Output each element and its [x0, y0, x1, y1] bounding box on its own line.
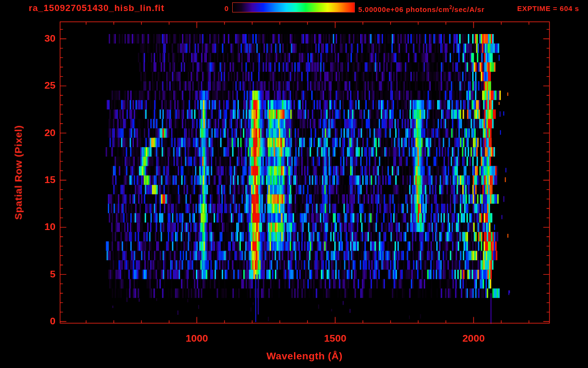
spectral-image-viewer: ra_150927051430_hisb_lin.fit 0 5.00000e+…: [0, 0, 588, 368]
y-tick-label: 20: [16, 127, 56, 138]
y-axis-title: Spatial Row (Pixel): [12, 125, 23, 219]
spectrogram-heatmap: [0, 0, 588, 368]
colorbar-max-suffix: /sec/A/sr: [452, 5, 485, 13]
colorbar: [232, 2, 355, 12]
y-tick-label: 10: [16, 221, 56, 232]
x-tick-label: 1000: [170, 333, 223, 344]
file-title: ra_150927051430_hisb_lin.fit: [29, 3, 164, 13]
x-tick-label: 1500: [309, 333, 362, 344]
x-tick-label: 2000: [447, 333, 500, 344]
colorbar-min-label: 0: [213, 5, 228, 13]
y-tick-label: 0: [16, 315, 56, 327]
y-tick-label: 5: [16, 268, 56, 280]
y-tick-label: 30: [16, 33, 56, 44]
x-axis-title: Wavelength (Å): [233, 350, 376, 361]
colorbar-max-prefix: 5.00000e+06 photons/cm: [358, 5, 449, 13]
colorbar-max-label: 5.00000e+06 photons/cm2/sec/A/sr: [358, 5, 485, 14]
y-tick-label: 25: [16, 80, 56, 91]
y-tick-label: 15: [16, 174, 56, 185]
exptime-label: EXPTIME = 604 s: [517, 5, 579, 13]
